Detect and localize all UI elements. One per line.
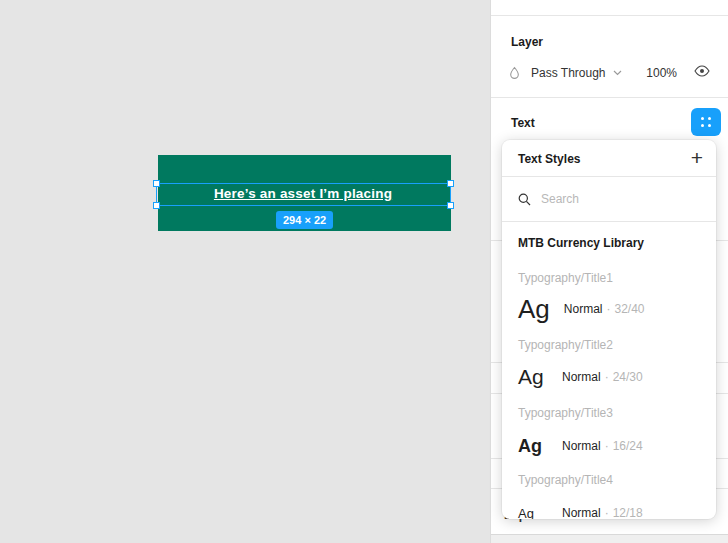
layer-text-divider [491, 97, 728, 98]
selection-handle-top-right[interactable] [447, 180, 454, 187]
style-group-label: Typography/Title1 [518, 271, 613, 285]
layer-section-title: Layer [511, 35, 543, 49]
search-icon [518, 193, 531, 206]
library-name: MTB Currency Library [518, 236, 644, 250]
style-group-label: Typography/Title3 [518, 406, 613, 420]
blend-drop-icon [507, 65, 522, 81]
style-group-label: Typography/Title4 [518, 473, 613, 487]
style-preview: Ag [518, 365, 548, 389]
style-item-title2[interactable]: Ag Normal · 24/30 [518, 360, 643, 394]
style-name: Normal [562, 439, 601, 453]
style-size: 24/30 [613, 370, 643, 384]
popup-divider [502, 221, 716, 222]
style-name: Normal [564, 302, 603, 316]
blend-mode-dropdown[interactable]: Pass Through [507, 61, 622, 85]
popup-title: Text Styles [518, 152, 580, 166]
style-name: Normal [562, 506, 601, 519]
style-preview: Ag [518, 506, 548, 520]
opacity-value[interactable]: 100% [646, 66, 677, 80]
blend-mode-value: Pass Through [531, 66, 606, 80]
style-separator: · [605, 370, 609, 384]
style-size: 12/18 [613, 506, 643, 519]
style-item-title3[interactable]: Ag Normal · 16/24 [518, 429, 643, 463]
text-section-title: Text [511, 116, 535, 130]
search-row[interactable] [502, 177, 716, 221]
style-separator: · [605, 439, 609, 453]
style-name: Normal [562, 370, 601, 384]
figma-window: Here’s an asset I’m placing 294 × 22 Lay… [0, 0, 728, 543]
style-group-label: Typography/Title2 [518, 338, 613, 352]
panel-top-divider [491, 15, 728, 16]
selection-box[interactable] [156, 183, 451, 206]
text-styles-popup: Text Styles + MTB Currency Library Typog… [502, 140, 716, 519]
style-item-title1[interactable]: Ag Normal · 32/40 [518, 292, 645, 326]
style-preview: Ag [518, 436, 548, 457]
style-separator: · [605, 506, 609, 519]
text-styles-button[interactable] [691, 108, 721, 136]
dimension-badge: 294 × 22 [276, 211, 333, 229]
selection-handle-top-left[interactable] [153, 180, 160, 187]
selection-handle-bottom-left[interactable] [153, 202, 160, 209]
style-size: 32/40 [614, 302, 644, 316]
style-grid-icon [701, 117, 711, 127]
style-item-title4[interactable]: Ag Normal · 12/18 [518, 496, 643, 519]
style-separator: · [606, 302, 610, 316]
add-style-button[interactable]: + [691, 146, 703, 170]
selection-handle-bottom-right[interactable] [447, 202, 454, 209]
search-input[interactable] [541, 192, 691, 206]
style-preview: Ag [518, 294, 550, 325]
visibility-eye-icon[interactable] [694, 65, 710, 77]
canvas[interactable]: Here’s an asset I’m placing 294 × 22 [0, 0, 490, 543]
panel-bottom-band [491, 535, 728, 543]
style-size: 16/24 [613, 439, 643, 453]
chevron-down-icon [613, 70, 622, 76]
